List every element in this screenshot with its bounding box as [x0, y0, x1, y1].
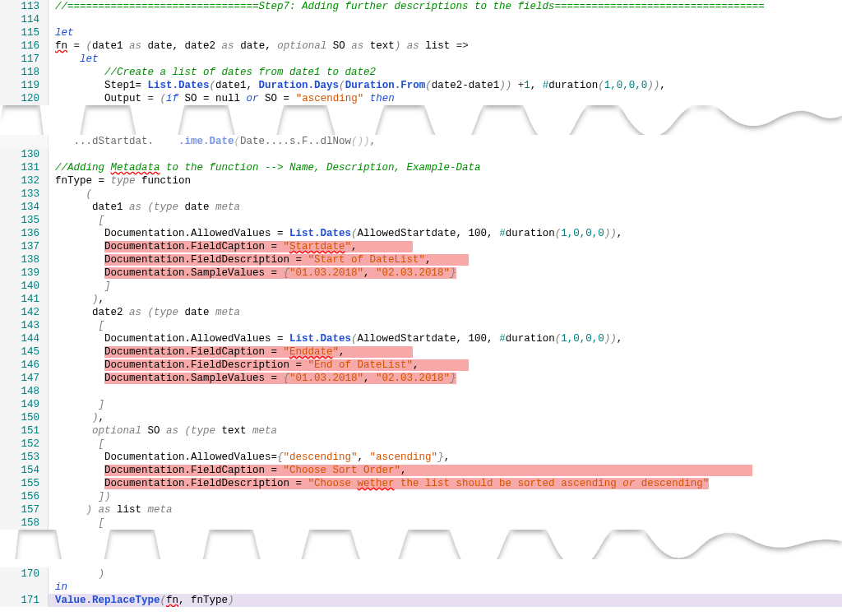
code-line[interactable]: 147 Documentation.SampleValues = {"01.03… — [0, 372, 842, 385]
line-number: 119 — [0, 79, 49, 92]
line-number: 150 — [0, 411, 49, 424]
highlighted-code: Documentation.FieldDescription = "Choose… — [104, 478, 709, 489]
line-number — [0, 135, 49, 148]
code-line[interactable]: 156 ]) — [0, 490, 842, 503]
comment: //Create a list of dates from date1 to d… — [104, 67, 376, 78]
code-line[interactable]: 154 Documentation.FieldCaption = "Choose… — [0, 464, 842, 477]
line-number: 134 — [0, 201, 49, 214]
line-number: 156 — [0, 490, 49, 503]
code-line[interactable]: 152 [ — [0, 438, 842, 451]
code-line[interactable]: 157 ) as list meta — [0, 503, 842, 516]
code-line[interactable]: 146 Documentation.FieldDescription = "En… — [0, 359, 842, 372]
line-number: 139 — [0, 266, 49, 280]
line-number: 133 — [0, 188, 49, 201]
highlighted-code: Documentation.FieldDescription = "End of… — [104, 359, 469, 371]
line-number — [0, 581, 49, 594]
line-number: 158 — [0, 516, 49, 530]
line-number: 131 — [0, 161, 49, 174]
highlighted-code: Documentation.FieldCaption = "Startdate"… — [104, 241, 413, 252]
code-line[interactable]: 153 Documentation.AllowedValues={"descen… — [0, 451, 842, 464]
highlighted-code: Documentation.FieldCaption = "Choose Sor… — [104, 465, 752, 476]
line-number: 113 — [0, 0, 49, 13]
line-number: 118 — [0, 66, 49, 79]
line-number: 148 — [0, 385, 49, 398]
code-line-active[interactable]: 171Value.ReplaceType(fn, fnType) — [0, 594, 842, 607]
line-number: 142 — [0, 306, 49, 319]
line-number: 171 — [0, 594, 49, 607]
code-line[interactable]: ...dStartdat. .ime.Date(Date....s.F..dlN… — [0, 135, 842, 148]
line-number: 137 — [0, 240, 49, 253]
highlighted-code: Documentation.FieldDescription = "Start … — [104, 254, 469, 266]
line-number: 130 — [0, 148, 49, 161]
code-line[interactable]: 116 fn = (date1 as date, date2 as date, … — [0, 39, 842, 53]
code-line[interactable]: 114 — [0, 13, 842, 26]
identifier: fn — [55, 40, 67, 52]
code-line[interactable]: 134 date1 as (type date meta — [0, 201, 842, 214]
code-line[interactable]: 144 Documentation.AllowedValues = List.D… — [0, 332, 842, 345]
code-line[interactable]: 140 ] — [0, 280, 842, 293]
code-line[interactable]: 113 //===============================Ste… — [0, 0, 842, 13]
code-line[interactable]: 170 ) — [0, 567, 842, 581]
comment: //===============================Step7: … — [55, 1, 765, 12]
code-line[interactable]: 119 Step1= List.Dates(date1, Duration.Da… — [0, 79, 842, 92]
line-number: 132 — [0, 174, 49, 188]
line-number: 147 — [0, 372, 49, 385]
code-line[interactable]: 133 ( — [0, 188, 842, 201]
comment: //Adding — [55, 162, 111, 174]
function-call: List.Dates — [148, 80, 210, 91]
code-line[interactable]: 132fnType = type function — [0, 174, 842, 188]
code-editor[interactable]: 113 //===============================Ste… — [0, 0, 842, 607]
highlighted-code: Documentation.SampleValues = {"01.03.201… — [104, 267, 456, 279]
line-number: 120 — [0, 92, 49, 105]
code-line[interactable]: 151 optional SO as (type text meta — [0, 424, 842, 438]
line-number: 170 — [0, 567, 49, 581]
code-line[interactable]: 158 [ — [0, 516, 842, 530]
code-line[interactable]: 136 Documentation.AllowedValues = List.D… — [0, 227, 842, 240]
keyword-in: in — [55, 581, 67, 593]
code-line[interactable]: 115 let — [0, 26, 842, 39]
line-number: 144 — [0, 332, 49, 345]
line-number: 146 — [0, 359, 49, 372]
line-number: 141 — [0, 293, 49, 306]
torn-edge — [0, 105, 842, 135]
code-line[interactable]: 130 — [0, 148, 842, 161]
code-line[interactable]: 137 Documentation.FieldCaption = "Startd… — [0, 240, 842, 253]
highlighted-code: Documentation.SampleValues = {"01.03.201… — [104, 373, 456, 384]
code-line[interactable]: 139 Documentation.SampleValues = {"01.03… — [0, 266, 842, 280]
line-number: 140 — [0, 280, 49, 293]
code-line[interactable]: 117 let — [0, 53, 842, 66]
line-number: 145 — [0, 345, 49, 359]
line-number: 155 — [0, 477, 49, 490]
line-number: 151 — [0, 424, 49, 438]
code-line[interactable]: in — [0, 581, 842, 594]
code-line[interactable]: 135 [ — [0, 214, 842, 227]
code-line[interactable]: 148 — [0, 385, 842, 398]
code-line[interactable]: 120 Output = (if SO = null or SO = "asce… — [0, 92, 842, 105]
highlighted-code: Documentation.FieldCaption = "Enddate", — [104, 346, 413, 358]
line-number: 138 — [0, 253, 49, 266]
code-line[interactable]: 150 ), — [0, 411, 842, 424]
keyword-let: let — [80, 53, 99, 65]
line-number: 116 — [0, 39, 49, 53]
code-line[interactable]: 143 [ — [0, 319, 842, 332]
code-line[interactable]: 138 Documentation.FieldDescription = "St… — [0, 253, 842, 266]
line-number: 135 — [0, 214, 49, 227]
code-line[interactable]: 145 Documentation.FieldCaption = "Enddat… — [0, 345, 842, 359]
code-line[interactable]: 155 Documentation.FieldDescription = "Ch… — [0, 477, 842, 490]
code-line[interactable]: 118 //Create a list of dates from date1 … — [0, 66, 842, 79]
code-line[interactable]: 141 ), — [0, 293, 842, 306]
line-number: 154 — [0, 464, 49, 477]
line-number: 153 — [0, 451, 49, 464]
line-number: 115 — [0, 26, 49, 39]
code-line[interactable]: 149 ] — [0, 398, 842, 411]
line-number: 117 — [0, 53, 49, 66]
torn-edge — [0, 530, 842, 559]
line-number: 157 — [0, 503, 49, 516]
code-line[interactable]: 131//Adding Metadata to the function -->… — [0, 161, 842, 174]
code-line[interactable]: 142 date2 as (type date meta — [0, 306, 842, 319]
line-number: 152 — [0, 438, 49, 451]
function-call: Value.ReplaceType — [55, 595, 160, 606]
line-number: 114 — [0, 13, 49, 26]
keyword-let: let — [55, 27, 74, 39]
line-number: 149 — [0, 398, 49, 411]
